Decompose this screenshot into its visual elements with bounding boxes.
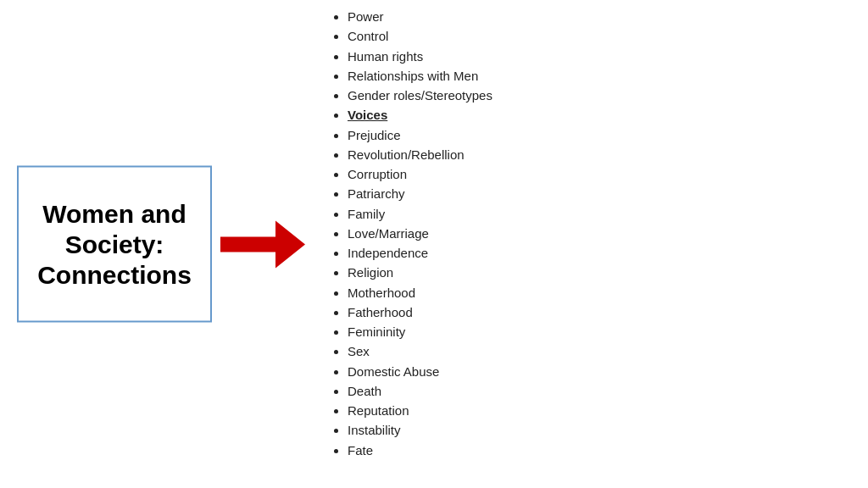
list-item: Voices — [348, 105, 492, 125]
list-section: PowerControlHuman rightsRelationships wi… — [331, 7, 492, 481]
list-item: Patriarchy — [348, 184, 492, 203]
list-item: Corruption — [348, 164, 492, 184]
list-item: Relationships with Men — [348, 66, 492, 86]
arrow-body — [220, 236, 275, 252]
list-item: Gender roles/Stereotypes — [348, 86, 492, 105]
list-item: Family — [348, 204, 492, 224]
list-item: Independence — [348, 243, 492, 263]
title-box: Women and Society: Connections — [17, 166, 212, 323]
connections-list: PowerControlHuman rightsRelationships wi… — [331, 7, 492, 460]
list-item: Prejudice — [348, 125, 492, 145]
list-item: Death — [348, 381, 492, 401]
list-item: Sex — [348, 341, 492, 361]
list-item: Instability — [348, 420, 492, 440]
page-container: Women and Society: Connections PowerCont… — [0, 0, 868, 488]
list-item: Fate — [348, 441, 492, 460]
arrow-head — [275, 220, 305, 268]
list-item: Power — [348, 7, 492, 26]
list-item: Fatherhood — [348, 302, 492, 322]
list-item: Revolution/Rebellion — [348, 145, 492, 164]
page-title: Women and Society: Connections — [37, 198, 192, 290]
list-item: Femininity — [348, 322, 492, 341]
list-item: Motherhood — [348, 283, 492, 302]
arrow-container — [220, 229, 305, 259]
list-item: Religion — [348, 263, 492, 282]
list-item: Control — [348, 26, 492, 46]
list-item: Human rights — [348, 47, 492, 66]
list-item: Reputation — [348, 401, 492, 420]
left-section: Women and Society: Connections — [17, 166, 305, 323]
list-item: Love/Marriage — [348, 224, 492, 243]
list-item: Domestic Abuse — [348, 362, 492, 381]
right-arrow — [220, 229, 305, 259]
